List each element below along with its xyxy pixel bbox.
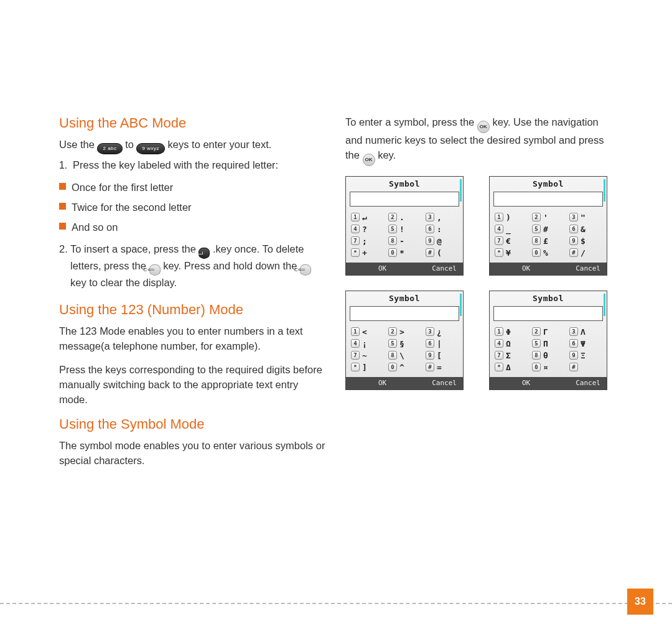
symbol-key[interactable]: 5! xyxy=(388,225,421,234)
symbol-key[interactable]: #( xyxy=(426,248,458,258)
key-symbol: : xyxy=(436,225,442,234)
key-symbol: ↵ xyxy=(362,213,368,222)
symbol-key[interactable]: *Δ xyxy=(495,363,527,372)
symbol-screen: Symbol1)2'3"4_5#6&7€8£9$*¥0%#/OKCancel xyxy=(489,176,607,276)
key-number: # xyxy=(569,363,578,371)
symbol-key[interactable]: 7Σ xyxy=(495,351,527,360)
symbol-key[interactable]: 3, xyxy=(426,213,458,222)
softkey-cancel[interactable]: Cancel xyxy=(576,264,600,272)
softkey-cancel[interactable]: Cancel xyxy=(576,379,600,387)
symbol-key[interactable]: 8\ xyxy=(388,351,421,360)
softkey-bar: OKCancel xyxy=(490,263,607,275)
symbol-mode-p1: The symbol mode enables you to enter var… xyxy=(59,439,327,468)
symbol-key[interactable]: 1< xyxy=(351,327,383,337)
softkey-bar: OKCancel xyxy=(346,377,463,389)
symbol-key[interactable]: 3Λ xyxy=(569,327,602,337)
symbol-key[interactable]: #= xyxy=(426,363,458,372)
symbol-key[interactable]: 8£ xyxy=(532,236,564,246)
symbol-key[interactable]: # xyxy=(569,363,602,372)
symbol-key[interactable]: 5§ xyxy=(388,339,421,348)
screen-input-field[interactable] xyxy=(350,192,459,207)
symbol-key[interactable]: 4Ω xyxy=(495,339,527,348)
key-number: 8 xyxy=(388,236,397,245)
abc-steps-list: Press the key labeled with the required … xyxy=(59,158,327,173)
text: key. Press and hold down the xyxy=(163,260,297,271)
text: 2. To insert a space, press the xyxy=(59,243,198,254)
symbol-key[interactable]: 4_ xyxy=(495,225,527,234)
symbol-key[interactable]: 4¡ xyxy=(351,339,383,348)
softkey-ok[interactable]: OK xyxy=(378,379,386,387)
symbol-key[interactable]: 0* xyxy=(388,248,421,258)
symbol-key[interactable]: 2' xyxy=(532,213,564,222)
symbol-key[interactable]: 1Φ xyxy=(495,327,527,337)
symbol-key[interactable]: 7; xyxy=(351,236,383,246)
key-symbol: \ xyxy=(399,351,405,360)
screen-input-field[interactable] xyxy=(350,306,459,321)
symbol-key[interactable]: 6| xyxy=(426,339,458,348)
symbol-key[interactable]: 0^ xyxy=(388,363,421,372)
symbol-key[interactable]: *] xyxy=(351,363,383,372)
key-number: 5 xyxy=(388,225,397,233)
symbol-key[interactable]: #/ xyxy=(569,248,602,258)
symbol-key[interactable]: 7€ xyxy=(495,236,527,246)
num-mode-p1: The 123 Mode enables you to enter number… xyxy=(59,324,327,354)
screen-input-field[interactable] xyxy=(493,192,603,207)
symbol-key[interactable]: 9$ xyxy=(569,236,602,246)
key-symbol: , xyxy=(436,213,442,222)
right-column: To enter a symbol, press the OK key. Use… xyxy=(345,115,613,472)
symbol-key[interactable]: 1) xyxy=(495,213,527,222)
heading-symbol-mode: Using the Symbol Mode xyxy=(59,416,327,432)
screen-title: Symbol xyxy=(490,291,607,305)
symbol-key[interactable]: 9@ xyxy=(426,236,458,246)
softkey-ok[interactable]: OK xyxy=(522,264,530,272)
screen-keypad: 1↵2.3,4?5!6:7;8-9@*+0*#( xyxy=(346,210,463,263)
key-symbol: + xyxy=(362,248,368,258)
heading-123-mode: Using the 123 (Number) Mode xyxy=(59,302,327,318)
key-symbol: Σ xyxy=(505,351,511,360)
text: key to clear the display. xyxy=(70,277,177,288)
key-symbol: . xyxy=(399,213,405,222)
softkey-cancel[interactable]: Cancel xyxy=(432,264,457,272)
symbol-key[interactable]: 7~ xyxy=(351,351,383,360)
key-symbol: ^ xyxy=(399,363,405,372)
symbol-key[interactable]: 5# xyxy=(532,225,564,234)
symbol-key[interactable]: *+ xyxy=(351,248,383,258)
softkey-cancel[interactable]: Cancel xyxy=(432,379,457,387)
symbol-key[interactable]: 8θ xyxy=(532,351,564,360)
symbol-key[interactable]: *¥ xyxy=(495,248,527,258)
symbol-key[interactable]: 2. xyxy=(388,213,421,222)
symbol-key[interactable]: 5Π xyxy=(532,339,564,348)
symbol-key[interactable]: 0¤ xyxy=(532,363,564,372)
symbol-key[interactable]: 4? xyxy=(351,225,383,234)
softkey-ok[interactable]: OK xyxy=(378,264,386,272)
symbol-key[interactable]: 8- xyxy=(388,236,421,246)
symbol-key[interactable]: 9Ξ xyxy=(569,351,602,360)
key-number: 9 xyxy=(426,351,434,360)
symbol-key[interactable]: 1↵ xyxy=(351,213,383,222)
key-number: 1 xyxy=(351,213,360,221)
key-symbol: ) xyxy=(505,213,511,222)
symbol-key[interactable]: 0% xyxy=(532,248,564,258)
symbol-key[interactable]: 6& xyxy=(569,225,602,234)
key-symbol: * xyxy=(399,248,405,258)
symbol-key[interactable]: 6: xyxy=(426,225,458,234)
symbol-key[interactable]: 3" xyxy=(569,213,602,222)
symbol-key[interactable]: 9[ xyxy=(426,351,458,360)
key-symbol: | xyxy=(436,339,442,348)
symbol-key[interactable]: 2> xyxy=(388,327,421,337)
num-mode-p2: Press the keys corresponding to the requ… xyxy=(59,363,327,407)
key-0-icon: 0 ⌴ xyxy=(198,248,210,259)
abc-use-keys: Use the 2 abc to 9 wxyz keys to enter yo… xyxy=(59,137,327,154)
text: key. xyxy=(378,149,396,161)
bullet-item: Twice for the second letter xyxy=(59,200,327,215)
screen-input-field[interactable] xyxy=(493,306,603,321)
key-clear-icon: C⟸ xyxy=(149,264,161,276)
softkey-ok[interactable]: OK xyxy=(522,379,530,387)
key-number: * xyxy=(351,363,360,371)
symbol-key[interactable]: 6Ψ xyxy=(569,339,602,348)
symbol-key[interactable]: 2Γ xyxy=(532,327,564,337)
symbol-key[interactable]: 3¿ xyxy=(426,327,458,337)
symbol-screens-grid: Symbol1↵2.3,4?5!6:7;8-9@*+0*#(OKCancelSy… xyxy=(345,176,613,390)
key-number: 9 xyxy=(569,236,578,245)
key-symbol: " xyxy=(580,213,586,222)
